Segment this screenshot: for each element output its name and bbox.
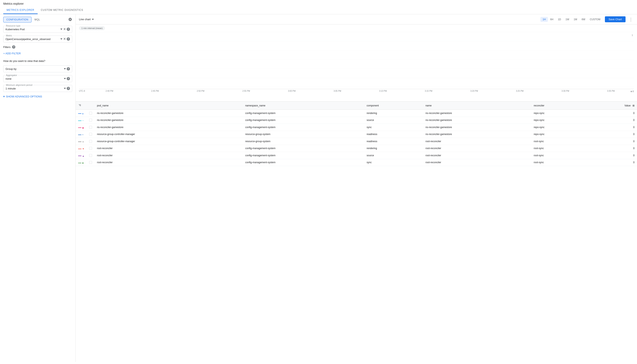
show-advanced-button[interactable]: ▾ SHOW ADVANCED OPTIONS	[3, 95, 72, 98]
time-btn-1d[interactable]: 1D	[556, 17, 563, 22]
time-btn-custom[interactable]: CUSTOM	[588, 17, 602, 22]
resource-type-clear-icon[interactable]: ✕	[63, 28, 66, 31]
th-name: name	[423, 102, 531, 110]
chart-x-axis: UTC-8 2:40 PM 2:45 PM 2:50 PM 2:55 PM 3:…	[79, 89, 634, 93]
row-value: 0	[585, 145, 637, 152]
tab-metrics-explorer[interactable]: METRICS EXPLORER	[3, 6, 38, 14]
data-table-area: pod_name namespace_name component name r…	[76, 101, 637, 362]
group-by-dropdown-arrow[interactable]	[64, 68, 66, 70]
row-namespace-name: config-management-system	[243, 145, 364, 152]
row-checkbox[interactable]	[89, 133, 92, 136]
chart-area: 1 min interval (mean) 1 UTC-8 2:40 PM 2:…	[76, 24, 637, 362]
table-row: + resource-group-controller-manager reso…	[76, 131, 637, 138]
row-legend-line: ▼	[76, 145, 87, 152]
x-label-11: 3:35 PM	[588, 90, 634, 92]
tab-mql[interactable]: MQL	[32, 17, 43, 22]
row-reconciler: root-sync	[531, 138, 585, 145]
row-namespace-name: config-management-system	[243, 117, 364, 124]
row-value: 0	[585, 117, 637, 124]
x-label-9: 3:25 PM	[497, 90, 542, 92]
row-namespace-name: config-management-system	[243, 152, 364, 159]
min-alignment-dropdown-arrow[interactable]	[64, 88, 66, 89]
row-name: ns-reconciler-gamestore	[423, 117, 531, 124]
th-namespace-name: namespace_name	[243, 102, 364, 110]
show-advanced-label: SHOW ADVANCED OPTIONS	[6, 95, 42, 98]
resource-type-help-icon[interactable]: ?	[67, 28, 70, 31]
time-btn-1w[interactable]: 1W	[564, 17, 571, 22]
row-name: root-reconciler	[423, 138, 531, 145]
x-label-7: 3:15 PM	[406, 90, 452, 92]
filters-label: Filters	[3, 46, 11, 48]
chart-type-label: Line chart	[79, 18, 91, 21]
row-name: root-reconciler	[423, 159, 531, 166]
gear-icon[interactable]	[68, 17, 72, 22]
metric-label: Metric	[5, 34, 13, 37]
row-pod-name: ns-reconciler-gamestore	[95, 124, 243, 131]
row-reconciler: root-sync	[531, 152, 585, 159]
row-checkbox-cell	[87, 145, 95, 152]
th-pod-name: pod_name	[95, 102, 243, 110]
row-checkbox[interactable]	[89, 112, 92, 114]
row-checkbox[interactable]	[89, 119, 92, 122]
row-name: root-reconciler	[423, 145, 531, 152]
metric-help-icon[interactable]: ?	[67, 38, 70, 41]
row-legend-line: +	[76, 131, 87, 138]
row-legend-line: ✕	[76, 138, 87, 145]
filters-help-icon[interactable]: ?	[12, 45, 15, 48]
aggregator-help-icon[interactable]: ?	[67, 77, 70, 80]
row-pod-name: ns-reconciler-gamestore	[95, 110, 243, 117]
row-pod-name: resource-group-controller-manager	[95, 131, 243, 138]
chart-type-selector[interactable]: Line chart	[79, 18, 94, 21]
group-by-input[interactable]: Group by ?	[3, 65, 72, 72]
table-header-row: pod_name namespace_name component name r…	[76, 102, 637, 110]
resource-type-value: Kubernetes Pod	[6, 28, 60, 31]
zoom-icon[interactable]: ⊕ 0	[630, 90, 634, 92]
row-legend-line: ─	[76, 117, 87, 124]
metric-field: Metric OpenCensus/pipeline_error_observe…	[3, 36, 72, 42]
resource-type-dropdown-arrow[interactable]	[60, 28, 62, 30]
save-chart-button[interactable]: Save Chart	[605, 16, 625, 22]
tab-custom-metric-diagnostics[interactable]: CUSTOM METRIC DIAGNOSTICS	[38, 6, 87, 14]
time-buttons: 1H 6H 1D 1W 1M 6W CUSTOM	[540, 17, 602, 22]
row-checkbox[interactable]	[89, 154, 92, 157]
resource-type-label: Resource type	[5, 24, 21, 27]
table-settings-icon[interactable]: ⊞	[632, 104, 634, 107]
min-alignment-field: Minimum alignment period 1 minute ?	[3, 85, 72, 92]
chart-grid	[79, 32, 634, 89]
x-label-5: 3:05 PM	[315, 90, 360, 92]
row-checkbox-cell	[87, 124, 95, 131]
time-btn-1h[interactable]: 1H	[540, 17, 548, 22]
view-section-title: How do you want to view that data?	[3, 60, 72, 62]
metric-dropdown-arrow[interactable]	[60, 38, 62, 40]
chart-type-dropdown-arrow[interactable]	[92, 19, 94, 20]
row-checkbox[interactable]	[89, 126, 92, 129]
metric-input[interactable]: OpenCensus/pipeline_error_observed ✕ ?	[3, 36, 72, 42]
row-value: 0	[585, 110, 637, 117]
table-row: ▲ root-reconciler config-management-syst…	[76, 152, 637, 159]
tab-configuration[interactable]: CONFIGURATION	[3, 17, 32, 22]
th-component: component	[364, 102, 423, 110]
row-checkbox[interactable]	[89, 161, 92, 164]
x-label-10: 3:30 PM	[542, 90, 588, 92]
add-filter-button[interactable]: + ADD FILTER	[3, 51, 72, 56]
group-by-help-icon[interactable]: ?	[67, 67, 70, 70]
row-pod-name: root-reconciler	[95, 145, 243, 152]
table-row: ─ ns-reconciler-gamestore config-managem…	[76, 117, 637, 124]
row-value: 0	[585, 159, 637, 166]
row-checkbox[interactable]	[89, 140, 92, 143]
row-value: 0	[585, 124, 637, 131]
aggregator-label: Aggregator	[5, 74, 18, 76]
chart-toolbar: Line chart 1H 6H 1D 1W 1M 6W CUSTOM Save…	[76, 14, 637, 24]
row-pod-name: ns-reconciler-gamestore	[95, 117, 243, 124]
time-btn-1m[interactable]: 1M	[572, 17, 579, 22]
min-alignment-help-icon[interactable]: ?	[67, 87, 70, 90]
row-namespace-name: config-management-system	[243, 159, 364, 166]
time-btn-6w[interactable]: 6W	[579, 17, 587, 22]
metric-clear-icon[interactable]: ✕	[63, 38, 66, 41]
time-btn-6h[interactable]: 6H	[548, 17, 555, 22]
row-checkbox[interactable]	[89, 147, 92, 150]
min-alignment-label: Minimum alignment period	[5, 84, 33, 86]
aggregator-dropdown-arrow[interactable]	[64, 78, 66, 79]
table-row: ▼ root-reconciler config-management-syst…	[76, 145, 637, 152]
more-options-icon[interactable]: ⋮	[628, 17, 634, 22]
